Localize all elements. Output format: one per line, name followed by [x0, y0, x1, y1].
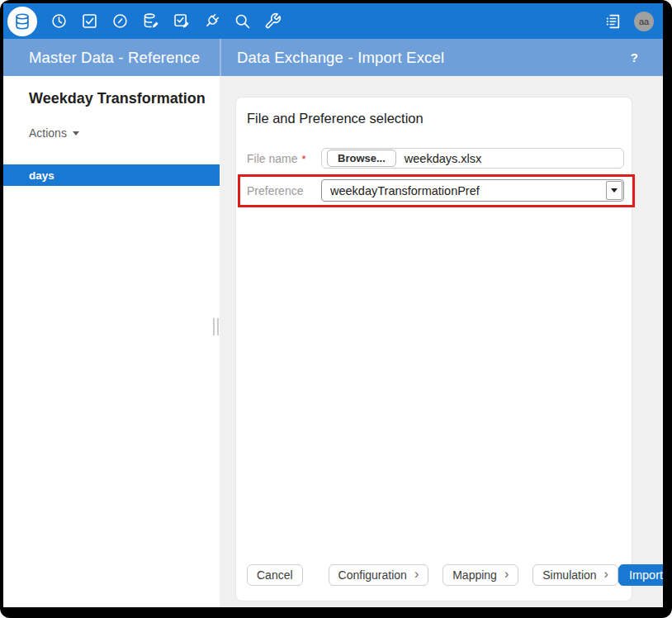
toolbar-right: aa	[603, 12, 654, 31]
search-icon[interactable]	[234, 12, 251, 30]
required-asterisk: *	[301, 153, 305, 165]
section-header: Master Data - Reference Data Exchange - …	[3, 39, 663, 76]
file-name-label-text: File name	[247, 152, 297, 165]
mapping-label: Mapping	[452, 568, 497, 582]
preference-row: Preference weekdayTransformationPref	[247, 179, 624, 202]
import-button[interactable]: Import	[618, 564, 663, 586]
file-name-row: File name* Browse... weekdays.xlsx	[247, 148, 624, 169]
header-data-exchange: Data Exchange - Import Excel ?	[220, 39, 663, 76]
app-window: aa Master Data - Reference Data Exchange…	[0, 0, 672, 618]
file-input[interactable]: Browse... weekdays.xlsx	[321, 148, 624, 169]
checklist-edit-icon[interactable]	[173, 12, 190, 30]
wrench-icon[interactable]	[264, 12, 282, 30]
checkbox-icon[interactable]	[81, 12, 98, 30]
database-icon	[13, 12, 31, 31]
simulation-label: Simulation	[542, 568, 596, 582]
cancel-button[interactable]: Cancel	[247, 564, 303, 586]
sidebar: Weekday Transformation Actions days	[3, 76, 220, 607]
body: Weekday Transformation Actions days File…	[3, 76, 663, 607]
caret-down-icon	[611, 188, 618, 193]
plug-icon[interactable]	[203, 12, 220, 30]
active-app-button[interactable]	[7, 7, 37, 36]
preference-label: Preference	[247, 184, 321, 197]
chevron-right-icon: ›	[604, 568, 608, 581]
form-list-icon[interactable]	[603, 12, 622, 31]
page-title: Weekday Transformation	[29, 90, 220, 107]
card-footer: Cancel Configuration › Mapping › Simulat…	[236, 564, 632, 601]
list-item[interactable]: days	[3, 164, 220, 186]
file-name-value: weekdays.xlsx	[405, 152, 481, 165]
chevron-down-icon	[73, 131, 79, 135]
actions-label: Actions	[29, 126, 67, 140]
right-panel-title: Data Exchange - Import Excel	[237, 49, 444, 67]
clock-icon[interactable]	[50, 12, 68, 30]
gauge-icon[interactable]	[111, 12, 129, 30]
toolbar-icons	[3, 7, 282, 36]
card-title: File and Preference selection	[247, 111, 621, 126]
preference-value: weekdayTransformationPref	[330, 184, 480, 197]
chevron-right-icon: ›	[414, 568, 419, 581]
mapping-button[interactable]: Mapping ›	[442, 564, 518, 586]
app-content: aa Master Data - Reference Data Exchange…	[3, 3, 663, 607]
top-toolbar: aa	[3, 3, 663, 39]
chevron-right-icon: ›	[504, 568, 509, 581]
file-name-label: File name*	[247, 152, 321, 165]
simulation-button[interactable]: Simulation ›	[532, 564, 618, 586]
preference-dropdown-button[interactable]	[606, 181, 622, 200]
avatar[interactable]: aa	[634, 12, 654, 31]
sidebar-list: days	[3, 164, 220, 186]
import-card: File and Preference selection File name*…	[235, 97, 632, 601]
configuration-label: Configuration	[338, 568, 407, 582]
preference-select[interactable]: weekdayTransformationPref	[321, 179, 624, 202]
panel-resize-handle[interactable]	[213, 318, 219, 335]
left-panel-title: Master Data - Reference	[29, 49, 200, 67]
browse-button[interactable]: Browse...	[327, 150, 396, 167]
main-panel: File and Preference selection File name*…	[220, 76, 663, 607]
database-edit-icon[interactable]	[142, 12, 159, 30]
actions-dropdown[interactable]: Actions	[29, 126, 79, 140]
configuration-button[interactable]: Configuration ›	[329, 564, 429, 586]
header-master-data: Master Data - Reference	[3, 39, 220, 76]
toolbar-right-icons	[603, 12, 622, 31]
help-button[interactable]: ?	[631, 39, 638, 76]
